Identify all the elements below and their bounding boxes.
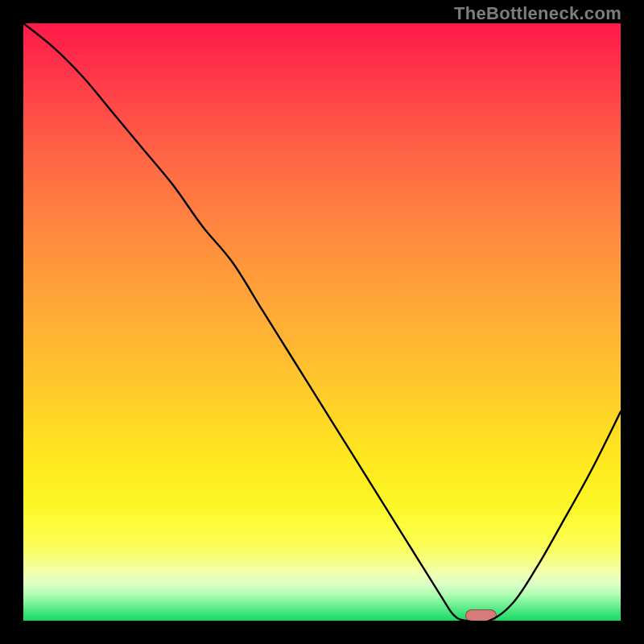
plot-area	[23, 23, 621, 621]
watermark-text: TheBottleneck.com	[454, 3, 621, 24]
chart-frame: TheBottleneck.com	[0, 0, 644, 644]
bottleneck-curve	[23, 23, 621, 621]
